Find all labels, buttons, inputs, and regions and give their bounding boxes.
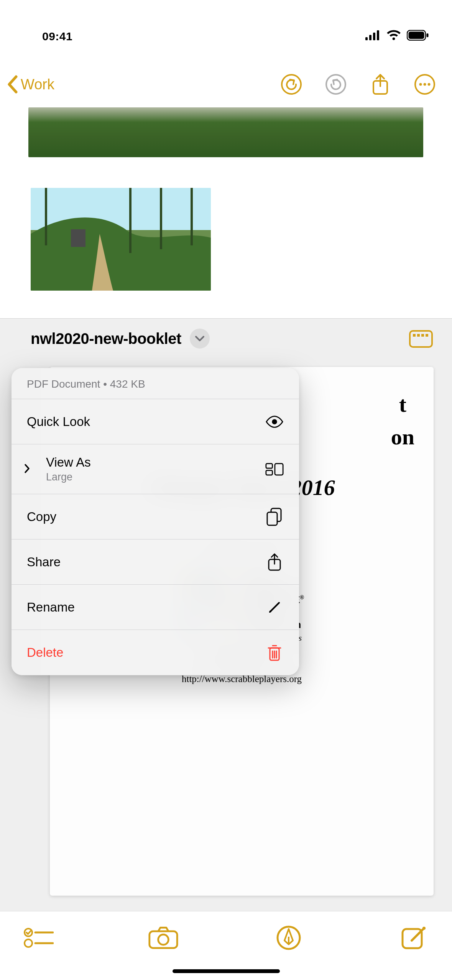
share-up-icon [371,73,390,95]
svg-rect-5 [409,31,424,39]
svg-rect-17 [71,229,85,247]
redo-button[interactable] [324,72,348,96]
svg-rect-25 [417,334,420,337]
chevron-left-icon [7,75,18,94]
menu-rename-label: Rename [27,600,75,615]
cellular-icon [365,30,381,43]
back-label: Work [21,76,54,93]
pencil-icon [265,598,284,617]
menu-view-as[interactable]: View As Large [12,444,299,494]
pdf-heading-frag-1: t [391,390,414,419]
menu-meta: PDF Document • 432 KB [12,368,299,399]
svg-rect-1 [369,35,371,40]
status-indicators [365,30,429,43]
markup-button[interactable] [273,924,304,951]
attachment-filename: nwl2020-new-booklet [31,330,181,347]
svg-rect-3 [377,30,379,40]
status-bar: 09:41 [0,0,452,61]
keyboard-accessory-button[interactable] [409,330,433,348]
svg-rect-31 [275,464,283,475]
navigation-bar: Work [0,61,452,107]
status-time: 09:41 [42,30,72,43]
svg-rect-33 [267,512,277,525]
svg-point-8 [326,75,345,94]
redo-icon [325,74,347,95]
undo-button[interactable] [279,72,303,96]
svg-rect-26 [421,334,424,337]
svg-point-55 [422,927,426,930]
checklist-icon [23,927,54,949]
compose-icon [400,924,427,951]
menu-quick-look-label: Quick Look [27,414,90,429]
layout-icon [265,460,284,478]
back-button[interactable]: Work [7,75,54,94]
battery-icon [407,30,429,43]
menu-delete[interactable]: Delete [12,630,299,675]
svg-rect-24 [413,334,416,337]
svg-rect-27 [426,334,428,337]
menu-copy[interactable]: Copy [12,494,299,539]
svg-point-46 [25,939,32,947]
svg-rect-2 [373,33,375,40]
svg-rect-30 [266,470,273,475]
svg-rect-29 [266,464,273,468]
svg-point-49 [158,934,169,945]
ellipsis-circle-icon [414,74,436,95]
more-button[interactable] [413,72,437,96]
chevron-right-icon [24,462,30,477]
copy-icon [265,508,284,526]
checklist-button[interactable] [23,924,54,951]
bottom-toolbar [0,911,452,980]
pdf-url: http://www.scrabbleplayers.org [182,674,302,684]
menu-copy-label: Copy [27,510,56,524]
menu-view-as-label: View As [46,455,91,469]
attachment-context-menu: PDF Document • 432 KB Quick Look View As… [12,368,299,675]
nav-actions [279,72,437,96]
svg-point-7 [282,75,301,94]
home-indicator[interactable] [173,969,280,973]
eye-icon [265,413,284,431]
undo-icon [281,74,302,95]
svg-line-36 [270,603,279,612]
menu-share[interactable]: Share [12,539,299,585]
svg-rect-0 [365,37,368,40]
inline-image-thumb[interactable] [31,188,211,291]
svg-point-14 [428,83,431,86]
attachment-header: nwl2020-new-booklet [0,319,452,358]
menu-delete-label: Delete [27,645,63,660]
svg-point-13 [424,83,426,86]
camera-icon [148,926,179,950]
svg-rect-23 [410,331,432,347]
pdf-heading-frag-2: on [391,423,414,451]
menu-share-label: Share [27,555,61,569]
share-icon [265,553,284,571]
pen-tip-circle-icon [276,925,301,950]
menu-view-as-value: Large [46,471,91,483]
chevron-down-icon [195,335,205,342]
camera-button[interactable] [148,924,179,951]
attachment-menu-toggle[interactable] [190,329,210,349]
wifi-icon [386,30,401,43]
svg-point-28 [272,419,277,424]
share-button[interactable] [368,72,392,96]
inline-image-large[interactable] [28,107,423,157]
svg-rect-6 [427,33,429,37]
keyboard-icon [409,330,433,348]
menu-quick-look[interactable]: Quick Look [12,399,299,444]
compose-button[interactable] [398,924,429,951]
menu-rename[interactable]: Rename [12,585,299,630]
svg-point-12 [419,83,422,86]
trash-icon [265,643,284,662]
